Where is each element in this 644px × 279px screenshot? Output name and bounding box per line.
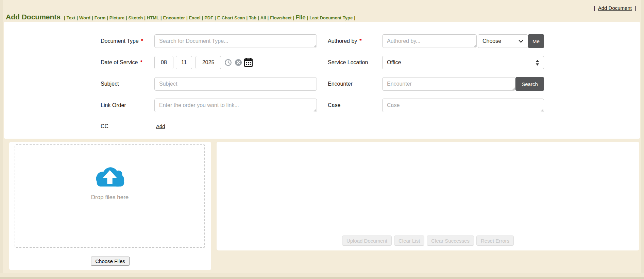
separator: | xyxy=(267,15,269,20)
upload-queue-panel: Upload Document Clear List Clear Success… xyxy=(217,142,639,250)
required-asterisk: * xyxy=(140,59,142,65)
link-order-field-wrap xyxy=(154,99,317,112)
header-link-tab[interactable]: Tab xyxy=(249,15,256,20)
header-link-all[interactable]: All xyxy=(260,15,266,20)
separator: | xyxy=(77,15,78,20)
chevron-down-icon xyxy=(519,40,523,43)
encounter-field-wrap xyxy=(382,77,515,91)
separator: | xyxy=(202,15,203,20)
bottom-window-edge xyxy=(0,277,644,279)
cc-label: CC xyxy=(101,120,108,133)
page-title: Add Documents xyxy=(6,13,61,21)
required-asterisk: * xyxy=(359,38,361,44)
date-year-wrap xyxy=(196,56,221,69)
authored-by-label: Authored by* xyxy=(328,34,362,48)
document-form-panel: Document Type* Authored by* Choose Me Da… xyxy=(4,22,640,139)
header-link-pdf[interactable]: PDF xyxy=(204,15,213,20)
date-day-wrap xyxy=(176,56,192,69)
case-label: Case xyxy=(328,99,340,112)
separator: | xyxy=(246,15,248,20)
case-field-wrap xyxy=(382,99,544,112)
file-upload-panel: Drop files here Choose Files xyxy=(9,142,211,270)
header-link-echart-scan[interactable]: E-Chart Scan xyxy=(217,15,245,20)
date-month-wrap xyxy=(154,56,173,69)
clear-date-button[interactable] xyxy=(235,59,242,66)
header-rule xyxy=(359,18,639,18)
header-link-picture[interactable]: Picture xyxy=(109,15,124,20)
clear-list-button[interactable]: Clear List xyxy=(394,236,424,246)
cc-add-link[interactable]: Add xyxy=(156,120,165,133)
header-link-excel[interactable]: Excel xyxy=(189,15,201,20)
date-month-input[interactable] xyxy=(154,56,173,69)
authored-by-choose-select[interactable]: Choose xyxy=(478,34,528,48)
subject-label: Subject xyxy=(101,77,119,91)
separator: | xyxy=(635,5,636,11)
header-link-sketch[interactable]: Sketch xyxy=(129,15,143,20)
drop-files-text: Drop files here xyxy=(15,194,204,201)
document-type-input[interactable] xyxy=(154,34,317,48)
reset-errors-button[interactable]: Reset Errors xyxy=(476,236,514,246)
separator: | xyxy=(92,15,93,20)
header-link-form[interactable]: Form xyxy=(95,15,106,20)
separator: | xyxy=(144,15,146,20)
calendar-button[interactable] xyxy=(244,58,253,67)
resize-handle[interactable] xyxy=(541,109,543,111)
link-order-input[interactable] xyxy=(154,99,317,112)
upload-document-button[interactable]: Upload Document xyxy=(342,236,392,246)
clock-icon xyxy=(224,59,232,66)
page: | Add Document | Add Documents | Text | … xyxy=(0,0,644,279)
choose-files-button[interactable]: Choose Files xyxy=(91,257,130,266)
header-link-last-document-type[interactable]: Last Document Type xyxy=(309,15,353,20)
service-location-label: Service Location xyxy=(328,56,368,69)
header: Add Documents | Text | Word | Form | Pic… xyxy=(6,13,639,21)
separator: | xyxy=(354,15,355,20)
separator: | xyxy=(594,5,595,11)
authored-by-field-wrap xyxy=(382,34,477,48)
date-year-input[interactable] xyxy=(196,56,221,69)
cloud-upload-icon xyxy=(94,165,126,191)
header-link-encounter[interactable]: Encounter xyxy=(163,15,185,20)
resize-handle[interactable] xyxy=(313,109,316,111)
separator: | xyxy=(307,15,308,20)
subject-field-wrap xyxy=(154,77,317,91)
header-link-word[interactable]: Word xyxy=(79,15,90,20)
separator: | xyxy=(107,15,108,20)
header-link-flowsheet[interactable]: Flowsheet xyxy=(270,15,292,20)
encounter-input[interactable] xyxy=(382,77,515,91)
right-window-edge xyxy=(641,0,644,279)
up-down-arrows-icon xyxy=(536,60,539,66)
me-button[interactable]: Me xyxy=(528,34,544,48)
separator: | xyxy=(64,15,65,20)
encounter-label: Encounter xyxy=(328,77,353,91)
time-button[interactable] xyxy=(224,59,232,66)
subject-input[interactable] xyxy=(154,77,317,91)
encounter-search-button[interactable]: Search xyxy=(515,77,544,91)
separator: | xyxy=(258,15,259,20)
case-input[interactable] xyxy=(382,99,544,112)
upload-actions: Upload Document Clear List Clear Success… xyxy=(217,236,639,246)
separator: | xyxy=(186,15,188,20)
date-day-input[interactable] xyxy=(176,56,192,69)
authored-by-input[interactable] xyxy=(382,34,477,48)
clear-successes-button[interactable]: Clear Successes xyxy=(427,236,474,246)
header-link-text[interactable]: Text xyxy=(67,15,75,20)
calendar-icon xyxy=(244,58,253,67)
header-link-html[interactable]: HTML xyxy=(147,15,159,20)
link-order-label: Link Order xyxy=(101,99,126,112)
left-window-edge xyxy=(0,0,3,279)
x-circle-icon xyxy=(235,59,242,66)
file-drop-zone[interactable]: Drop files here xyxy=(15,144,205,248)
header-link-file-active[interactable]: File xyxy=(295,14,305,21)
resize-handle[interactable] xyxy=(512,87,515,90)
resize-handle[interactable] xyxy=(473,45,476,47)
top-bar: | Add Document | xyxy=(592,5,638,11)
add-document-link[interactable]: Add Document xyxy=(598,5,632,11)
required-asterisk: * xyxy=(141,38,143,44)
date-of-service-label: Date of Service* xyxy=(101,56,142,69)
separator: | xyxy=(160,15,162,20)
document-type-label: Document Type* xyxy=(101,34,143,48)
service-location-select[interactable]: Office xyxy=(382,56,544,69)
separator: | xyxy=(126,15,127,20)
resize-handle[interactable] xyxy=(313,45,316,47)
bottom-margin xyxy=(0,273,644,277)
